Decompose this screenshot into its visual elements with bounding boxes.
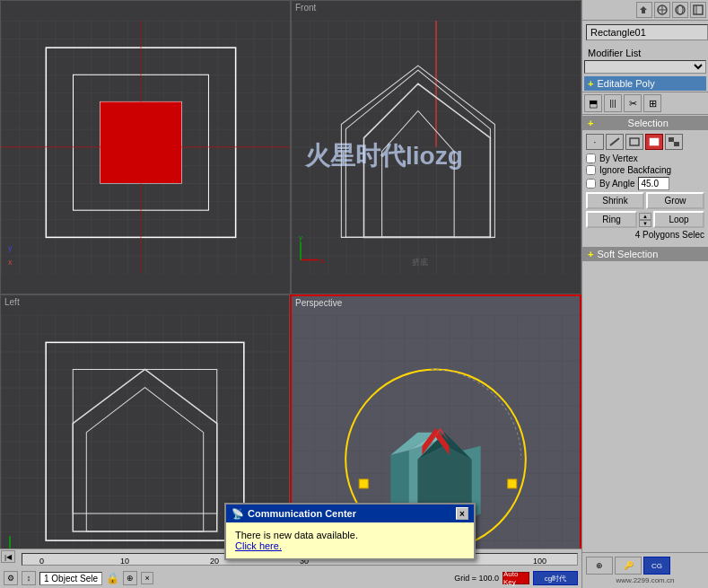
popup-titlebar: 📡 Communication Center ×	[226, 505, 474, 522]
cg-logo: cg时代	[533, 571, 578, 585]
svg-text:0: 0	[39, 557, 44, 566]
bottom-icons-row-1: ⊕ 🔑 CG	[586, 557, 704, 575]
copyright-text: www.2299.com.cn	[586, 576, 704, 584]
move-icon[interactable]: ⊕	[123, 571, 137, 585]
shrink-btn[interactable]: Shrink	[586, 192, 644, 209]
by-vertex-checkbox[interactable]	[586, 154, 596, 163]
popup-title-content: 📡 Communication Center	[232, 508, 356, 520]
popup-close-btn[interactable]: ×	[456, 507, 468, 520]
ring-spin-up[interactable]: ▲	[639, 213, 651, 220]
top-toolbar	[582, 0, 708, 21]
by-vertex-label: By Vertex	[599, 154, 638, 163]
by-angle-checkbox[interactable]	[586, 179, 596, 189]
subobj-poly-active[interactable]	[645, 134, 663, 150]
side-icon-4[interactable]: ⊞	[643, 94, 661, 112]
ignore-backfacing-label: Ignore Backfacing	[599, 165, 671, 175]
loop-btn[interactable]: Loop	[653, 211, 704, 228]
by-vertex-row: By Vertex	[586, 154, 704, 163]
soft-selection-section: + Soft Selection	[582, 247, 708, 261]
object-name-field[interactable]	[586, 24, 708, 40]
svg-point-62	[677, 5, 683, 14]
br-icon-1[interactable]: ⊕	[586, 557, 613, 575]
poly-count: 4 Polygons Selec	[586, 230, 704, 240]
popup-link[interactable]: Click here.	[235, 540, 465, 551]
popup-message: There is new data available.	[235, 530, 465, 540]
top-viewport-row: x y Front	[0, 0, 581, 294]
modifier-name: Editable Poly	[597, 78, 654, 89]
viewport-label-left: Left	[4, 297, 20, 307]
svg-rect-42	[359, 478, 368, 487]
subobj-element[interactable]	[665, 134, 683, 150]
selection-plus[interactable]: +	[588, 118, 593, 128]
svg-line-65	[610, 138, 619, 145]
selection-header: + Selection	[582, 116, 708, 130]
ignore-backfacing-checkbox[interactable]	[586, 165, 596, 175]
modifier-list-area: Modifier List	[582, 44, 708, 75]
svg-text:挤底: 挤底	[412, 258, 428, 267]
sub-object-row: ·	[586, 134, 704, 150]
toolbar-icon-1[interactable]	[636, 2, 652, 18]
toolbar-icon-3[interactable]	[672, 2, 688, 18]
ring-btn[interactable]: Ring	[586, 211, 637, 228]
selection-section: + Selection ·	[582, 116, 708, 245]
ring-loop-row: Ring ▲ ▼ Loop	[586, 211, 704, 228]
bottom-right-area: ⊕ 🔑 CG www.2299.com.cn	[582, 552, 708, 588]
status-icon-2[interactable]: ↕	[22, 571, 36, 585]
lock-icon: 🔒	[106, 572, 119, 584]
timeline-icons: |◀	[0, 549, 18, 569]
shrink-grow-row: Shrink Grow	[586, 192, 704, 209]
popup-title-text: Communication Center	[248, 508, 356, 519]
br-icon-2[interactable]: 🔑	[615, 557, 642, 575]
toolbar-icon-4[interactable]	[690, 2, 706, 18]
svg-rect-43	[508, 478, 517, 487]
object-sel-field: 1 Object Sele	[39, 572, 102, 585]
by-angle-row: By Angle	[586, 177, 704, 190]
by-angle-label: By Angle	[599, 179, 634, 189]
svg-rect-68	[669, 137, 674, 142]
side-icon-2[interactable]: |||	[604, 94, 622, 112]
grow-btn[interactable]: Grow	[646, 192, 704, 209]
sub-panel-toolbar: ⬒ ||| ✂ ⊞	[582, 92, 708, 115]
svg-text:y: y	[8, 243, 13, 252]
side-icon-1[interactable]: ⬒	[584, 94, 602, 112]
viewport-top-right[interactable]: Front	[291, 0, 581, 294]
timeline-icon-1[interactable]: |◀	[1, 550, 15, 563]
selection-label: Selection	[628, 118, 669, 128]
svg-text:x: x	[8, 258, 13, 267]
status-icon-1[interactable]: ⚙	[4, 571, 18, 585]
svg-text:100: 100	[533, 557, 546, 566]
grid-topleft: x y	[1, 1, 290, 294]
soft-selection-header[interactable]: + Soft Selection	[582, 247, 708, 261]
modifier-list-dropdown[interactable]	[584, 60, 706, 74]
ring-spin-down[interactable]: ▼	[639, 220, 651, 227]
ignore-backfacing-row: Ignore Backfacing	[586, 165, 704, 175]
editable-poly-entry[interactable]: + Editable Poly	[584, 76, 706, 91]
autokey-btn[interactable]: Auto Key	[503, 572, 529, 584]
subobj-vertex[interactable]: ·	[586, 134, 604, 150]
viewport-label-front: Front	[295, 3, 316, 13]
modifier-list-label: Modifier List	[584, 46, 706, 60]
subobj-border[interactable]	[625, 134, 643, 150]
comm-icon: 📡	[232, 508, 244, 520]
br-cg-logo: CG	[643, 557, 670, 575]
svg-text:20: 20	[210, 557, 219, 566]
soft-selection-label: Soft Selection	[597, 249, 658, 259]
status-bar: ⚙ ↕ 1 Object Sele 🔒 ⊕ × Grid = 100.0 Aut…	[0, 568, 581, 588]
svg-rect-63	[694, 5, 703, 14]
subobj-edge[interactable]	[606, 134, 624, 150]
x-close-btn[interactable]: ×	[141, 572, 153, 584]
name-area	[582, 21, 708, 44]
right-panel: Modifier List + Editable Poly ⬒ ||| ✂ ⊞ …	[581, 0, 708, 588]
toolbar-icon-2[interactable]	[654, 2, 670, 18]
side-icon-3[interactable]: ✂	[624, 94, 642, 112]
by-angle-field[interactable]	[638, 177, 669, 190]
ring-spinner: ▲ ▼	[639, 213, 651, 227]
viewport-top-left[interactable]: x y	[0, 0, 291, 294]
svg-text:x: x	[320, 257, 324, 265]
svg-rect-69	[674, 142, 679, 146]
svg-text:y: y	[299, 233, 302, 241]
plus-icon-modifier: +	[588, 78, 593, 89]
viewport-label-perspective: Perspective	[295, 298, 342, 308]
svg-text:10: 10	[120, 557, 129, 566]
comm-center-popup: 📡 Communication Center × There is new da…	[224, 503, 476, 560]
